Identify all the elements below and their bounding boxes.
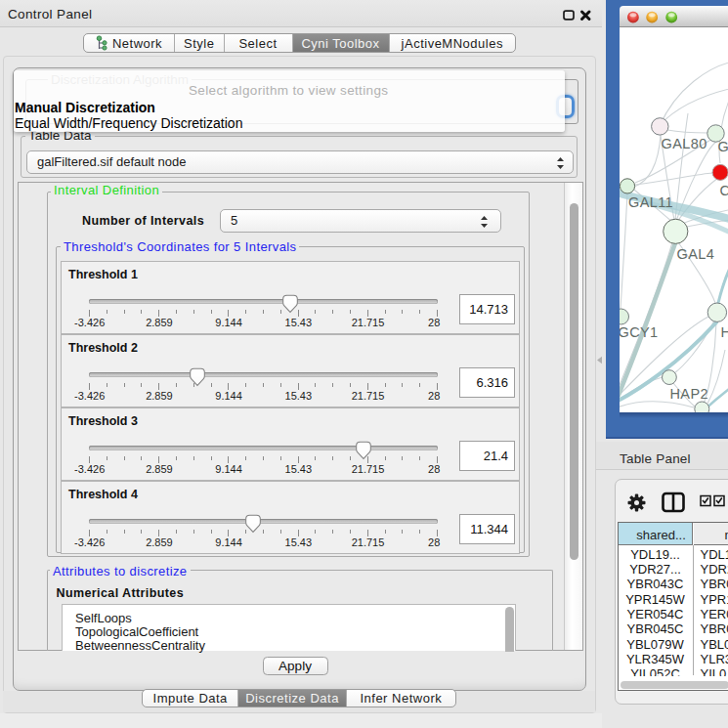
svg-text:GAL80: GAL80 [661, 135, 707, 150]
svg-text:GAL11: GAL11 [628, 194, 673, 210]
svg-text:HAP2: HAP2 [669, 386, 707, 402]
svg-text:C: C [719, 182, 728, 197]
svg-text:GA: GA [717, 138, 728, 153]
svg-text:GCY1: GCY1 [620, 324, 659, 340]
svg-text:GAL4: GAL4 [676, 245, 714, 261]
svg-text:H: H [720, 323, 728, 339]
